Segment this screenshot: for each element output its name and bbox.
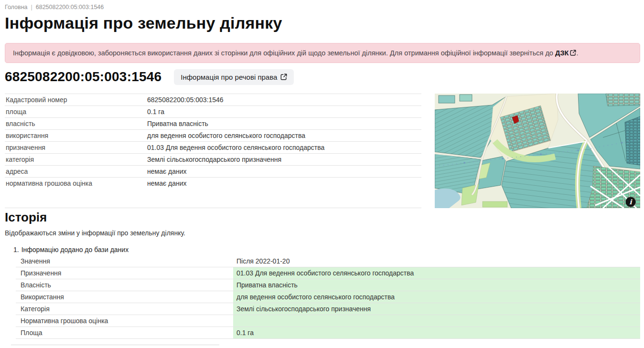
- table-row: Призначення 01.03 Для ведення особистого…: [16, 267, 640, 279]
- detail-value: немає даних: [147, 168, 421, 175]
- detail-value: Приватна власність: [147, 120, 421, 127]
- history-value: 01.03 Для ведення особистого селянського…: [233, 267, 640, 279]
- table-row: призначення 01.03 Для ведення особистого…: [5, 141, 421, 153]
- dzk-link[interactable]: ДЗК: [555, 49, 576, 57]
- table-row: Використання для ведення особистого селя…: [16, 291, 640, 303]
- breadcrumb: Головна|6825082200:05:003:1546: [5, 4, 640, 11]
- detail-label: призначення: [5, 144, 147, 151]
- table-row: Категорія Землі сільськогосподарського п…: [16, 303, 640, 315]
- cadastral-map-canvas: i: [435, 94, 640, 208]
- detail-label: категорія: [5, 156, 147, 163]
- land-parcel-page: Головна|6825082200:05:003:1546 Інформаці…: [0, 0, 644, 348]
- table-row: Нормативна грошова оцінка: [16, 315, 640, 327]
- history-subtitle: Відображаються зміни у інформації про зе…: [5, 229, 640, 237]
- table-row: використання для ведення особистого селя…: [5, 129, 421, 141]
- history-label: Категорія: [16, 303, 233, 315]
- alert-text: Інформація є довідковою, забороняється в…: [13, 49, 555, 57]
- table-row: Значення Після 2022-01-20: [16, 255, 640, 267]
- parcel-details-table: Кадастровий номер 6825082200:05:003:1546…: [5, 94, 421, 208]
- external-link-icon: [570, 50, 576, 56]
- detail-value: 01.03 Для ведення особистого селянського…: [147, 144, 421, 151]
- history-title: Історія: [5, 210, 640, 225]
- next-entry-divider: [11, 345, 219, 345]
- detail-label: використання: [5, 132, 147, 139]
- cadastral-number-heading: 6825082200:05:003:1546: [5, 69, 161, 84]
- history-value: [233, 315, 640, 327]
- property-rights-button-label: Інформація про речові права: [181, 74, 277, 81]
- detail-value: 6825082200:05:003:1546: [147, 96, 421, 104]
- detail-value: немає даних: [147, 179, 421, 187]
- table-row: Власність Приватна власність: [16, 279, 640, 291]
- table-row: власність Приватна власність: [5, 117, 421, 129]
- alert-text-end: .: [576, 49, 578, 57]
- table-row: категорія Землі сільськогосподарського п…: [5, 153, 421, 165]
- parcel-header: 6825082200:05:003:1546 Інформація про ре…: [5, 69, 640, 85]
- history-label: Нормативна грошова оцінка: [16, 315, 233, 327]
- history-value: Землі сільськогосподарського призначення: [233, 303, 640, 315]
- table-row: Площа 0.1 га: [16, 327, 640, 339]
- detail-label: площа: [5, 108, 147, 116]
- breadcrumb-current: 6825082200:05:003:1546: [36, 4, 104, 11]
- history-table: Значення Після 2022-01-20 Призначення 01…: [16, 255, 640, 339]
- history-label: Площа: [16, 327, 233, 338]
- history-entry-title: Інформацію додано до бази даних: [21, 246, 129, 253]
- history-entry-number: 1.: [13, 246, 19, 253]
- disclaimer-alert: Інформація є довідковою, забороняється в…: [5, 43, 640, 63]
- history-value: для ведення особистого селянського госпо…: [233, 291, 640, 303]
- history-label: Значення: [16, 255, 233, 267]
- property-rights-button[interactable]: Інформація про речові права: [174, 69, 294, 85]
- map-info-button[interactable]: i: [626, 197, 636, 207]
- detail-label: адреса: [5, 168, 147, 175]
- table-row: Кадастровий номер 6825082200:05:003:1546: [5, 94, 421, 105]
- detail-label: власність: [5, 120, 147, 127]
- detail-value: 0.1 га: [147, 108, 421, 116]
- history-value: Приватна власність: [233, 279, 640, 291]
- history-label: Призначення: [16, 267, 233, 279]
- detail-label: нормативна грошова оцінка: [5, 179, 147, 187]
- page-title: Інформація про земельну ділянку: [5, 15, 640, 32]
- history-entry: 1.Інформацію додано до бази даних Значен…: [5, 246, 640, 339]
- history-label: Власність: [16, 279, 233, 291]
- detail-value: для ведення особистого селянського госпо…: [147, 132, 421, 139]
- history-entry-heading: 1.Інформацію додано до бази даних: [5, 246, 640, 253]
- history-value: 0.1 га: [233, 327, 640, 338]
- breadcrumb-separator: |: [31, 4, 32, 11]
- parcel-content: Кадастровий номер 6825082200:05:003:1546…: [5, 94, 640, 208]
- table-row: адреса немає даних: [5, 165, 421, 177]
- history-value: Після 2022-01-20: [233, 255, 640, 267]
- external-link-icon: [280, 74, 287, 80]
- table-row: нормативна грошова оцінка немає даних: [5, 177, 421, 189]
- history-label: Використання: [16, 291, 233, 303]
- detail-value: Землі сільськогосподарського призначення: [147, 156, 421, 163]
- table-row: площа 0.1 га: [5, 105, 421, 117]
- cadastral-map[interactable]: i: [435, 94, 640, 208]
- detail-label: Кадастровий номер: [5, 96, 147, 104]
- breadcrumb-home-link[interactable]: Головна: [5, 4, 28, 11]
